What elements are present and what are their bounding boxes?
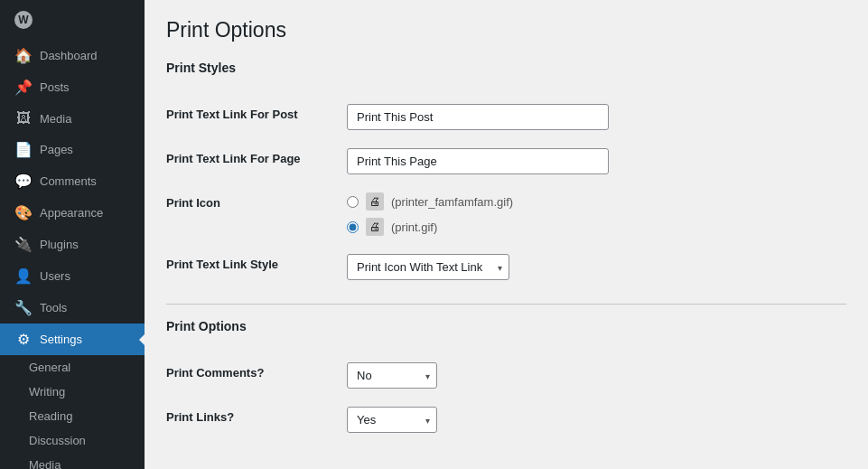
sidebar-item-label: Pages (40, 143, 73, 156)
print-text-link-style-select[interactable]: Print Icon With Text Link Text Link Only… (347, 254, 509, 280)
print-links-wrapper: No Yes ▾ (347, 407, 437, 433)
main-content: Print Options Print Styles Print Text Li… (145, 0, 868, 469)
print-gif-icon: 🖨 (366, 218, 384, 236)
print-text-link-style-wrapper: Print Icon With Text Link Text Link Only… (347, 254, 509, 280)
tools-icon: 🔧 (14, 299, 33, 316)
settings-submenu: General Writing Reading Discussion Media (0, 355, 145, 469)
media-icon: 🖼 (14, 110, 33, 127)
sidebar-item-label: Dashboard (40, 49, 98, 62)
field-cell-links: No Yes ▾ (347, 398, 846, 442)
submenu-writing[interactable]: Writing (0, 380, 145, 404)
field-cell-post (347, 95, 846, 139)
submenu-discussion[interactable]: Discussion (0, 428, 145, 453)
sidebar-item-label: Posts (40, 80, 70, 94)
print-text-link-post-input[interactable] (347, 104, 609, 130)
sidebar-item-label: Settings (40, 333, 82, 346)
print-styles-table: Print Text Link For Post Print Text Link… (166, 95, 846, 289)
print-text-link-page-input[interactable] (347, 148, 609, 174)
table-row: Print Text Link Style Print Icon With Te… (166, 245, 846, 289)
sidebar-item-media[interactable]: 🖼 Media (0, 103, 145, 134)
sidebar-item-plugins[interactable]: 🔌 Plugins (0, 229, 145, 260)
field-cell-page (347, 139, 846, 183)
sidebar-item-label: Comments (40, 174, 97, 188)
print-icon-radio-1[interactable] (347, 196, 359, 208)
section-divider (166, 304, 846, 305)
sidebar-item-label: Plugins (40, 238, 79, 251)
field-cell-comments: No Yes ▾ (347, 353, 846, 398)
printer-famfam-icon: 🖨 (366, 192, 384, 211)
print-icon-radio-group: 🖨 (printer_famfamfam.gif) 🖨 (print.gif) (347, 192, 846, 236)
table-row: Print Text Link For Post (166, 95, 846, 139)
radio-row-1: 🖨 (printer_famfamfam.gif) (347, 192, 846, 211)
sidebar-item-appearance[interactable]: 🎨 Appearance (0, 197, 145, 229)
wp-logo-icon: W (14, 11, 33, 29)
field-label-style: Print Text Link Style (166, 245, 347, 289)
settings-icon: ⚙ (14, 331, 33, 348)
sidebar-item-settings[interactable]: ⚙ Settings (0, 324, 145, 355)
sidebar-item-label: Appearance (40, 206, 103, 220)
print-links-select[interactable]: No Yes (347, 407, 437, 433)
print-icon-label-1: (printer_famfamfam.gif) (391, 195, 513, 209)
sidebar: W 🏠 Dashboard 📌 Posts 🖼 Media 📄 Pages 💬 … (0, 0, 145, 469)
sidebar-item-label: Tools (40, 301, 67, 314)
sidebar-item-comments[interactable]: 💬 Comments (0, 165, 145, 197)
section-print-options-title: Print Options (166, 319, 846, 339)
sidebar-item-posts[interactable]: 📌 Posts (0, 71, 145, 103)
print-comments-wrapper: No Yes ▾ (347, 362, 437, 389)
pages-icon: 📄 (14, 141, 33, 158)
sidebar-item-pages[interactable]: 📄 Pages (0, 134, 145, 165)
sidebar-item-tools[interactable]: 🔧 Tools (0, 292, 145, 324)
table-row: Print Comments? No Yes ▾ (166, 353, 846, 398)
wp-logo: W (0, 0, 145, 40)
comments-icon: 💬 (14, 173, 33, 190)
posts-icon: 📌 (14, 79, 33, 96)
table-row: Print Icon 🖨 (printer_famfamfam.gif) 🖨 (… (166, 183, 846, 245)
field-label-icon: Print Icon (166, 183, 347, 245)
sidebar-item-label: Media (40, 112, 71, 126)
table-row: Print Links? No Yes ▾ (166, 398, 846, 442)
submenu-reading[interactable]: Reading (0, 404, 145, 428)
table-row: Print Text Link For Page (166, 139, 846, 183)
submenu-general[interactable]: General (0, 355, 145, 380)
radio-row-2: 🖨 (print.gif) (347, 218, 846, 236)
field-label-comments: Print Comments? (166, 353, 347, 398)
field-cell-style: Print Icon With Text Link Text Link Only… (347, 245, 846, 289)
dashboard-icon: 🏠 (14, 47, 33, 64)
sidebar-item-dashboard[interactable]: 🏠 Dashboard (0, 40, 145, 71)
field-label-links: Print Links? (166, 398, 347, 442)
plugins-icon: 🔌 (14, 236, 33, 253)
users-icon: 👤 (14, 267, 33, 285)
submenu-media-sub[interactable]: Media (0, 453, 145, 469)
print-options-table: Print Comments? No Yes ▾ Print Links? (166, 353, 846, 442)
field-label-page: Print Text Link For Page (166, 139, 347, 183)
print-icon-label-2: (print.gif) (391, 220, 437, 234)
field-cell-icon: 🖨 (printer_famfamfam.gif) 🖨 (print.gif) (347, 183, 846, 245)
print-comments-select[interactable]: No Yes (347, 362, 437, 389)
print-icon-radio-2[interactable] (347, 221, 359, 233)
sidebar-item-users[interactable]: 👤 Users (0, 260, 145, 292)
page-title: Print Options (166, 18, 846, 42)
field-label-post: Print Text Link For Post (166, 95, 347, 139)
sidebar-item-label: Users (40, 269, 70, 283)
appearance-icon: 🎨 (14, 204, 33, 221)
section-print-styles-title: Print Styles (166, 61, 846, 80)
